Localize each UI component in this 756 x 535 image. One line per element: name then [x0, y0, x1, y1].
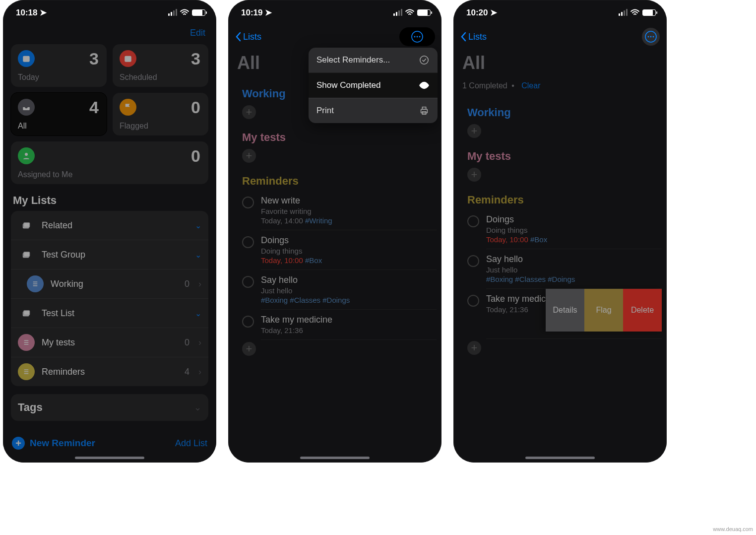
cell-signal-icon [393, 9, 402, 16]
group-reminders: Reminders [458, 185, 662, 209]
list-working[interactable]: Working 0 › [11, 269, 208, 298]
battery-icon [192, 9, 205, 16]
svg-rect-8 [24, 311, 30, 315]
add-reminder-button[interactable]: + [242, 149, 256, 163]
svg-point-2 [25, 153, 28, 156]
status-bar: 10:20 ➤ [453, 0, 667, 23]
reminder-tags: #Boxing #Classes #Doings [261, 296, 350, 304]
card-label: Flagged [120, 122, 148, 131]
home-indicator[interactable] [300, 457, 370, 459]
list-reminders[interactable]: Reminders 4 › [11, 357, 208, 386]
cell-signal-icon [168, 9, 177, 16]
radio-unchecked-icon[interactable] [242, 316, 254, 328]
chevron-down-icon[interactable]: ⌄ [195, 221, 201, 230]
list-bullets-icon [18, 334, 35, 351]
clear-completed-button[interactable]: Clear [521, 81, 540, 90]
card-label: Assigned to Me [18, 170, 72, 179]
swipe-flag-button[interactable]: Flag [584, 289, 623, 332]
completed-summary: 1 Completed • Clear [453, 78, 667, 97]
cell-signal-icon [619, 9, 628, 16]
chevron-down-icon: ⌄ [192, 402, 201, 413]
svg-rect-16 [422, 107, 426, 110]
printer-icon [419, 105, 430, 116]
screen-all-list-menu: 10:19 ➤ Lists All Select Reminders... Sh… [228, 0, 441, 463]
add-reminder-button[interactable]: + [467, 124, 481, 138]
svg-rect-0 [23, 56, 30, 62]
swipe-delete-button[interactable]: Delete [623, 289, 662, 332]
more-menu-button[interactable] [642, 28, 660, 46]
reminder-item[interactable]: Doings Doing things Today, 10:00 #Box [233, 230, 437, 269]
card-today[interactable]: 3 Today [11, 44, 107, 87]
chevron-left-icon [460, 32, 466, 42]
card-scheduled[interactable]: 3 Scheduled [113, 44, 208, 87]
svg-point-12 [419, 36, 421, 38]
card-count: 4 [89, 98, 99, 117]
back-button[interactable]: Lists [460, 32, 487, 42]
radio-unchecked-icon[interactable] [467, 295, 479, 307]
reminder-title: Say hello [486, 254, 575, 265]
folder-icon [18, 305, 35, 322]
reminder-item[interactable]: Take my medicine Today, 21:36 [233, 310, 437, 339]
page-title: All [453, 49, 667, 78]
add-list-button[interactable]: Add List [175, 438, 207, 449]
tray-icon [18, 99, 35, 116]
reminder-meta: Today, 14:00 #Writing [261, 216, 332, 225]
add-reminder-button[interactable]: + [242, 342, 256, 356]
chevron-down-icon[interactable]: ⌄ [195, 309, 201, 318]
card-assigned[interactable]: 0 Assigned to Me [11, 141, 208, 184]
back-button[interactable]: Lists [235, 32, 261, 42]
home-indicator[interactable] [75, 457, 144, 459]
radio-unchecked-icon[interactable] [242, 236, 254, 248]
menu-print[interactable]: Print [309, 98, 438, 123]
list-bullets-icon [27, 275, 44, 292]
ellipsis-circle-icon [411, 30, 424, 43]
card-count: 0 [191, 98, 200, 117]
swipe-details-button[interactable]: Details [546, 289, 584, 332]
add-reminder-button[interactable]: + [242, 105, 256, 119]
list-group-related[interactable]: Related ⌄ [11, 211, 208, 240]
reminder-meta: Today, 10:00 #Box [486, 235, 547, 244]
reminder-item[interactable]: Doings Doing things Today, 10:00 #Box [458, 209, 662, 249]
card-flagged[interactable]: 0 Flagged [113, 93, 208, 135]
radio-unchecked-icon[interactable] [467, 255, 479, 267]
person-icon [18, 147, 35, 164]
chevron-down-icon[interactable]: ⌄ [195, 250, 201, 260]
reminder-tags: #Boxing #Classes #Doings [486, 275, 575, 283]
edit-button[interactable]: Edit [190, 28, 205, 38]
reminder-title: New write [261, 196, 332, 206]
mylists-list: Related ⌄ Test Group ⌄ Working 0 › Test … [11, 211, 208, 386]
menu-select-reminders[interactable]: Select Reminders... [309, 48, 438, 72]
list-mytests[interactable]: My tests 0 › [11, 328, 208, 357]
menu-show-completed[interactable]: Show Completed [309, 72, 438, 98]
list-label: My tests [42, 337, 178, 348]
mylists-header: My Lists [8, 184, 211, 211]
svg-rect-6 [24, 252, 30, 257]
list-label: Working [51, 279, 178, 289]
list-bullets-icon [18, 363, 35, 380]
radio-unchecked-icon[interactable] [467, 215, 479, 227]
ellipsis-circle-icon [644, 30, 657, 43]
reminder-note: Just hello [486, 266, 575, 274]
card-all[interactable]: 4 All [11, 93, 107, 135]
add-reminder-button[interactable]: + [467, 341, 481, 355]
reminder-item[interactable]: New write Favorite writing Today, 14:00 … [233, 191, 437, 230]
reminder-title: Take my medicine [261, 315, 332, 325]
new-reminder-button[interactable]: + New Reminder [12, 437, 95, 450]
more-menu-button[interactable] [400, 28, 435, 46]
checkmark-circle-icon [419, 55, 430, 66]
menu-label: Select Reminders... [316, 55, 390, 65]
radio-unchecked-icon[interactable] [242, 276, 254, 288]
home-indicator[interactable] [525, 457, 595, 459]
reminder-item[interactable]: Say hello Just hello #Boxing #Classes #D… [233, 270, 437, 309]
folder-icon [18, 217, 35, 234]
tags-section[interactable]: Tags ⌄ [11, 394, 208, 421]
smart-lists-grid: 3 Today 3 Scheduled 4 All 0 Flagged 0 [8, 41, 211, 184]
list-group-testlist[interactable]: Test List ⌄ [11, 298, 208, 328]
group-reminders: Reminders [233, 166, 437, 191]
list-group-testgroup[interactable]: Test Group ⌄ [11, 240, 208, 269]
tags-label: Tags [18, 401, 43, 414]
radio-unchecked-icon[interactable] [242, 197, 254, 208]
add-reminder-button[interactable]: + [467, 168, 481, 182]
reminder-item[interactable]: Say hello Just hello #Boxing #Classes #D… [458, 249, 662, 288]
new-reminder-label: New Reminder [30, 438, 95, 449]
